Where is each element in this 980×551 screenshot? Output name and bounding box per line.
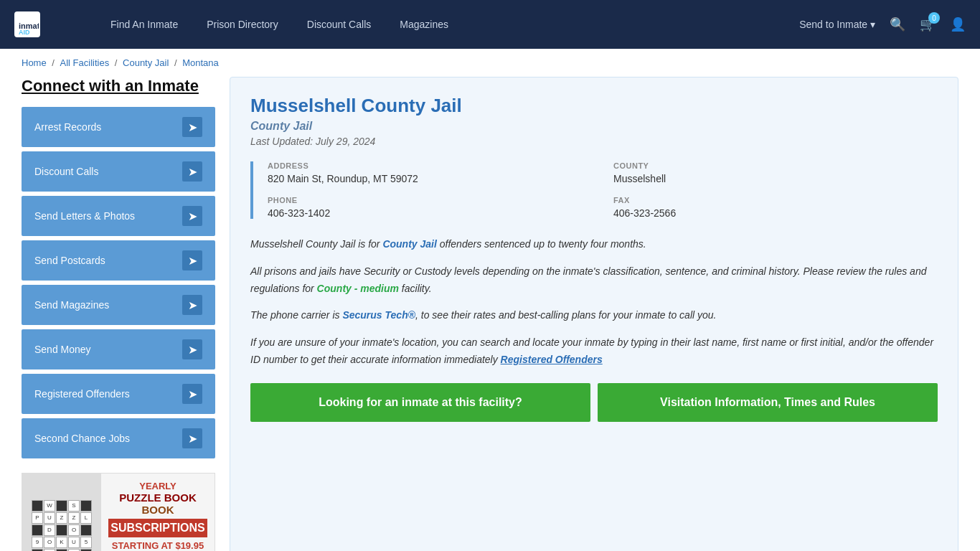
cart-badge: 0 [928, 12, 940, 24]
county-medium-link[interactable]: County - medium [317, 283, 399, 294]
county-value: Musselshell [613, 173, 938, 184]
fax-label: FAX [613, 196, 938, 204]
securus-link[interactable]: Securus Tech® [342, 309, 415, 321]
sidebar-arrow-arrest: ➤ [182, 117, 202, 137]
sidebar-arrow-money: ➤ [182, 339, 202, 359]
sidebar-arrow-letters: ➤ [182, 206, 202, 226]
header: inmate AID Find An Inmate Prison Directo… [0, 0, 980, 49]
ad-puzzle: PUZZLE BOOK [108, 491, 207, 504]
desc-paragraph-1: Musselshell County Jail is for County Ja… [250, 236, 938, 253]
fax-value: 406-323-2566 [613, 207, 938, 219]
visitation-info-button[interactable]: Visitation Information, Times and Rules [598, 383, 938, 422]
logo-icon: inmate AID [14, 11, 40, 37]
sidebar-arrow-postcards: ➤ [182, 250, 202, 270]
info-grid: ADDRESS 820 Main St, Roundup, MT 59072 C… [250, 161, 938, 219]
desc-paragraph-4: If you are unsure of your inmate's locat… [250, 334, 938, 369]
facility-updated: Last Updated: July 29, 2024 [250, 136, 938, 147]
description-block: Musselshell County Jail is for County Ja… [250, 236, 938, 369]
logo[interactable]: inmate AID [14, 11, 46, 37]
phone-label: PHONE [268, 196, 592, 204]
ad-book: BOOK [108, 504, 207, 516]
address-block: ADDRESS 820 Main St, Roundup, MT 59072 [268, 161, 592, 184]
breadcrumb-home[interactable]: Home [22, 57, 47, 68]
county-label: COUNTY [613, 161, 938, 170]
address-value: 820 Main St, Roundup, MT 59072 [268, 173, 592, 184]
nav-links: Find An Inmate Prison Directory Discount… [110, 19, 778, 30]
sidebar-item-second-chance[interactable]: Second Chance Jobs ➤ [22, 418, 215, 458]
nav-right: Send to Inmate ▾ 🔍 🛒 0 👤 [799, 17, 966, 32]
nav-prison-directory[interactable]: Prison Directory [207, 19, 278, 30]
desc-paragraph-3: The phone carrier is Securus Tech®, to s… [250, 307, 938, 324]
nav-find-inmate[interactable]: Find An Inmate [110, 19, 178, 30]
breadcrumb-state[interactable]: Montana [182, 57, 219, 68]
sidebar-item-send-magazines[interactable]: Send Magazines ➤ [22, 285, 215, 325]
breadcrumb-county-jail[interactable]: County Jail [123, 57, 169, 68]
sidebar-arrow-offenders: ➤ [182, 384, 202, 404]
ad-price: STARTING AT $19.95 [108, 540, 207, 551]
sidebar: Connect with an Inmate Arrest Records ➤ … [22, 77, 215, 551]
phone-block: PHONE 406-323-1402 [268, 196, 592, 219]
user-icon[interactable]: 👤 [950, 17, 966, 32]
looking-for-inmate-button[interactable]: Looking for an inmate at this facility? [250, 383, 590, 422]
nav-magazines[interactable]: Magazines [400, 19, 448, 30]
sidebar-item-arrest-records[interactable]: Arrest Records ➤ [22, 107, 215, 147]
sidebar-arrow-discount: ➤ [182, 161, 202, 182]
sidebar-item-registered-offenders[interactable]: Registered Offenders ➤ [22, 374, 215, 414]
facility-title: Musselshell County Jail [250, 95, 938, 117]
sidebar-ad[interactable]: WS PUZZL DO 9OKU5 K9 YEARLY PUZZLE BOOK … [22, 473, 215, 551]
bottom-buttons: Looking for an inmate at this facility? … [250, 383, 938, 422]
svg-text:AID: AID [19, 29, 30, 36]
nav-discount-calls[interactable]: Discount Calls [307, 19, 371, 30]
cart-icon[interactable]: 🛒 0 [920, 17, 936, 32]
sidebar-item-send-postcards[interactable]: Send Postcards ➤ [22, 240, 215, 281]
fax-block: FAX 406-323-2566 [613, 196, 938, 219]
sidebar-menu: Arrest Records ➤ Discount Calls ➤ Send L… [22, 107, 215, 458]
sidebar-item-send-letters[interactable]: Send Letters & Photos ➤ [22, 196, 215, 236]
puzzle-grid: WS PUZZL DO 9OKU5 K9 [32, 500, 92, 552]
content-area: Musselshell County Jail County Jail Last… [230, 77, 958, 551]
address-label: ADDRESS [268, 161, 592, 170]
sidebar-arrow-jobs: ➤ [182, 428, 202, 448]
breadcrumb-all-facilities[interactable]: All Facilities [60, 57, 110, 68]
county-jail-link[interactable]: County Jail [382, 238, 436, 250]
sidebar-arrow-magazines: ➤ [182, 295, 202, 315]
sidebar-item-send-money[interactable]: Send Money ➤ [22, 329, 215, 369]
county-block: COUNTY Musselshell [613, 161, 938, 184]
search-icon[interactable]: 🔍 [890, 17, 905, 32]
desc-paragraph-2: All prisons and jails have Security or C… [250, 263, 938, 298]
main-content: Connect with an Inmate Arrest Records ➤ … [0, 77, 980, 551]
breadcrumb: Home / All Facilities / County Jail / Mo… [0, 49, 980, 77]
ad-subscriptions: SUBSCRIPTIONS [108, 519, 207, 537]
facility-type: County Jail [250, 120, 938, 133]
sidebar-item-discount-calls[interactable]: Discount Calls ➤ [22, 151, 215, 192]
phone-value: 406-323-1402 [268, 207, 592, 219]
registered-offenders-link[interactable]: Registered Offenders [501, 354, 603, 365]
ad-yearly: YEARLY [108, 481, 207, 491]
sidebar-title: Connect with an Inmate [22, 77, 215, 95]
nav-send-to-inmate[interactable]: Send to Inmate ▾ [799, 19, 875, 30]
